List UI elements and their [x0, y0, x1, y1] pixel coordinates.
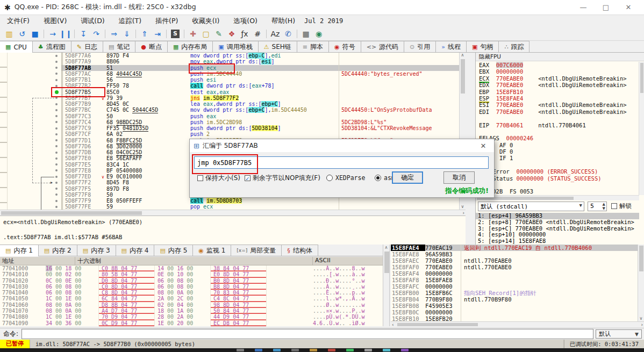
memory-dump[interactable]: 7704100016 00 18 00C0 8B 04 7714 00 16 0…: [0, 265, 383, 326]
register-value[interactable]: 770EABE0: [496, 75, 524, 82]
menu-item[interactable]: 选项(O): [226, 17, 264, 26]
disasm-row[interactable]: 5D8F77AC68 4044C45Dpush im.5DC444405DC44…: [0, 71, 459, 77]
tab-breakpoints[interactable]: ●断点: [135, 41, 168, 52]
function-icon[interactable]: ƒx: [238, 28, 251, 39]
pause-icon[interactable]: ❙❙: [59, 28, 72, 39]
arguments-list[interactable]: 1: [esp+4] 96A59BB32: [esp+8] 770EABE0 <…: [476, 213, 639, 245]
disasm-row[interactable]: 5D8F77A98B06mov eax,dword ptr ds:[esi]: [0, 59, 459, 64]
register-value[interactable]: 007C6000: [496, 62, 524, 68]
globe-icon[interactable]: ◉: [312, 28, 325, 39]
register-line[interactable]: EDI 770EABE0<ntdll.DbgUiRemoteBreakin>: [476, 109, 637, 115]
step-over-icon[interactable]: ↷: [90, 28, 103, 39]
assembly-input[interactable]: [194, 156, 489, 169]
tab-symbols[interactable]: ◉符号: [328, 41, 361, 52]
calculator-icon[interactable]: ▦: [299, 28, 312, 39]
taskbar-icon[interactable]: [401, 349, 409, 351]
ok-button[interactable]: 确定: [392, 171, 423, 184]
disasm-row[interactable]: 5D8F77B7∨79 39jns im.5D8F77F2: [0, 95, 459, 101]
register-line[interactable]: ECX 770EABE0<ntdll.DbgUiRemoteBreakin>: [476, 75, 637, 82]
disasm-row[interactable]: 5D8F77B156push esi: [0, 77, 459, 83]
stack-row[interactable]: 15E8FAE4770EAC19返回到 ntdll.770EAC19 自 ntd…: [391, 245, 638, 251]
stack-vscrollbar[interactable]: ∨: [638, 245, 644, 321]
disasm-row[interactable]: 5D8F77A6897D F4mov dword ptr ss:[ebp-C],…: [0, 53, 459, 59]
keep-size-checkbox[interactable]: 保持大小(S): [197, 174, 240, 182]
stack-row[interactable]: 15E8FB0015E8FB6C指向SEH_Record[1]的指针: [391, 290, 638, 296]
dump-header-hex[interactable]: 十六进制: [75, 257, 313, 265]
dump-row[interactable]: 7704101000 00 02 0080 5B 04 770E 00 10 0…: [0, 271, 383, 277]
unlock-checkbox[interactable]: 解锁: [611, 202, 632, 210]
menu-item[interactable]: 视图(V): [37, 17, 74, 26]
stack-row[interactable]: 15E8FB0C00000000: [391, 309, 638, 315]
register-line[interactable]: EBX 00000000: [476, 68, 637, 75]
tab-dump-1[interactable]: ▤内存 1: [0, 245, 39, 256]
dump-header-address[interactable]: 地址: [0, 257, 75, 265]
run-until-return-icon[interactable]: ⇓: [120, 28, 133, 39]
stack-row[interactable]: 15E8FAF400000000: [391, 270, 638, 277]
tab-watch-1[interactable]: ◉监视 1: [192, 245, 231, 256]
tab-struct[interactable]: §结构体: [281, 245, 318, 256]
tab-dump-4[interactable]: ▤内存 4: [116, 245, 155, 256]
menu-item[interactable]: 文件(F): [0, 17, 37, 26]
disasm-row[interactable]: 5D8F77AB51push ecx: [0, 65, 459, 71]
tab-script[interactable]: ≡脚本: [297, 41, 329, 52]
disasm-hscrollbar[interactable]: ›: [0, 210, 466, 215]
stack-panel[interactable]: 15E8FAE4770EAC19返回到 ntdll.770EAC19 自 ntd…: [391, 245, 638, 321]
tab-call-stack[interactable]: ▣调用堆栈: [212, 41, 258, 52]
registers-panel[interactable]: 隐藏FPU EAX 007C6000EBX 00000000ECX 770EAB…: [475, 53, 644, 245]
open-file-icon[interactable]: ▥: [3, 28, 16, 39]
dump-header-ascii[interactable]: ASCII: [313, 257, 383, 265]
disasm-row[interactable]: 5D8F77C9FF35 0481D35Dpush dword ptr ds:[…: [0, 125, 459, 131]
disasm-row[interactable]: 5D8F77B98D45 0Clea eax,dword ptr ss:[ebp…: [0, 101, 459, 107]
register-value[interactable]: 00000000 (STATUS_SUCCESS): [517, 175, 602, 182]
taskbar-icon[interactable]: [328, 349, 335, 351]
hide-fpu-button[interactable]: 隐藏FPU: [476, 53, 644, 61]
minimize-button[interactable]: —: [572, 3, 595, 11]
tab-locals[interactable]: [x=]局部变量: [231, 245, 282, 256]
register-line[interactable]: EIP 770B4061ntdll.770B4061: [476, 122, 637, 128]
dump-vscrollbar[interactable]: ∧: [383, 245, 390, 326]
tab-handles[interactable]: ▣句柄: [466, 41, 499, 52]
bookmark-icon[interactable]: ❖: [225, 28, 238, 39]
tab-notes[interactable]: ▤笔记: [103, 41, 135, 52]
argument-row[interactable]: 2: [esp+8] 770EABE0 <ntdll.DbgUiRemoteBr…: [476, 219, 639, 226]
tab-dump-3[interactable]: ▤内存 3: [77, 245, 116, 256]
dump-row[interactable]: 770410801C 00 1E 0070 D9 04 7728 00 2A 0…: [0, 314, 383, 320]
stack-row[interactable]: 15E8FAEC770EABE0ntdll.770EABE0: [391, 257, 638, 264]
disasm-row[interactable]: 5D8F77CF6A 02push 2: [0, 131, 459, 137]
disasm-row[interactable]: 5D8F77B585C0test eax,eax: [0, 89, 459, 95]
stack-row[interactable]: 15E8FAF815E8FAE8: [391, 277, 638, 283]
step-into-icon[interactable]: ↧: [77, 28, 90, 39]
stack-row[interactable]: 15E8FB04770B9F80ntdll.770B9F80: [391, 296, 638, 303]
taskbar-icon[interactable]: [346, 349, 354, 351]
dialog-close-icon[interactable]: ✕: [476, 142, 490, 150]
stack-row[interactable]: 15E8FAE896A59BB3: [391, 251, 638, 257]
stop-icon[interactable]: ■: [28, 28, 41, 39]
xedparse-radio[interactable]: XEDParse: [326, 174, 365, 182]
register-line[interactable]: LastStatus 00000000 (STATUS_SUCCESS): [476, 175, 637, 182]
register-line[interactable]: ESP 15E8FAE4: [476, 95, 637, 102]
args-depth-stepper[interactable]: 5 ▲▼: [588, 202, 607, 211]
stack-row[interactable]: 15E8FB1015E8FB20: [391, 315, 638, 321]
menu-item[interactable]: 插件(P): [148, 17, 185, 26]
dump-row[interactable]: 7704103006 00 08 00C0 8D 04 7706 00 08 0…: [0, 284, 383, 290]
dump-row[interactable]: 7704109034 00 36 000C D9 04 771E 00 20 0…: [0, 320, 383, 326]
taskbar-icon[interactable]: [273, 349, 281, 351]
taskbar-icon[interactable]: [255, 349, 262, 351]
tab-cpu[interactable]: ▦CPU: [0, 41, 33, 53]
calling-convention-select[interactable]: 默认 (stdcall) ▼: [478, 202, 584, 211]
cancel-button[interactable]: 取消: [443, 171, 475, 184]
register-line[interactable]: LastError 00000000 (ERROR_SUCCESS): [476, 168, 637, 175]
register-value[interactable]: 15E8FAE4: [496, 95, 524, 102]
close-button[interactable]: ✕: [617, 3, 640, 11]
taskbar-icon[interactable]: [291, 349, 299, 351]
register-value[interactable]: 00000000 (ERROR_SUCCESS): [517, 168, 598, 175]
breakpoint-dot[interactable]: [55, 90, 59, 94]
dump-row[interactable]: 770410200C 00 0E 00D0 8D 04 7706 00 08 0…: [0, 278, 383, 284]
taskbar-icon[interactable]: [237, 349, 244, 351]
register-value[interactable]: 770EABE0: [496, 109, 524, 115]
tab-source[interactable]: <>源代码: [361, 41, 404, 52]
tab-memory-map[interactable]: ▦内存布局: [167, 41, 213, 52]
disasm-row[interactable]: 5D8F77BCC745 0C 5044C45Dmov dword ptr ss…: [0, 107, 459, 113]
disasm-row[interactable]: 5D8F77B2FF50 78call dword ptr ds:[eax+78…: [0, 83, 459, 89]
tab-dump-2[interactable]: ▤内存 2: [38, 245, 77, 256]
